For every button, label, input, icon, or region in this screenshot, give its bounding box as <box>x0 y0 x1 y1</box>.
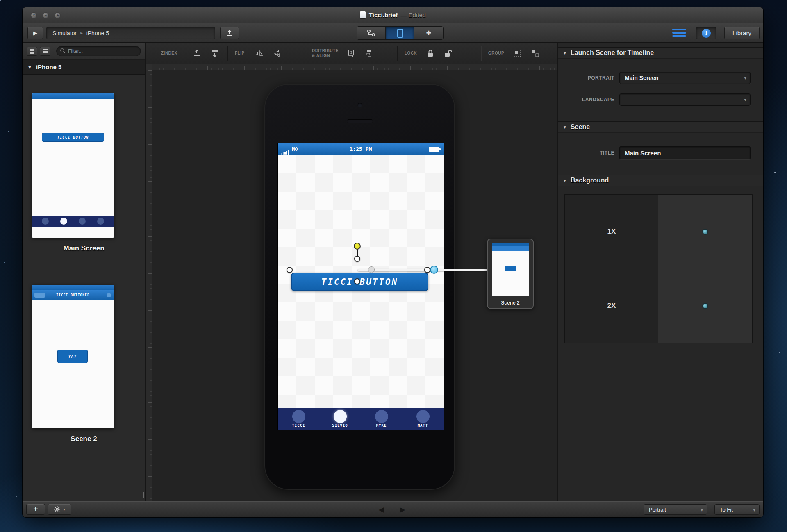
scene-label-scene-2[interactable]: Scene 2 <box>23 435 145 443</box>
flip-group: FLIP <box>235 43 283 64</box>
connection-start-handle[interactable] <box>368 266 375 273</box>
timeline-list-button[interactable] <box>672 29 686 37</box>
share-icon <box>225 29 234 37</box>
design-canvas[interactable]: ZINDEX FLIP <box>146 43 557 501</box>
thumb-status-bar <box>32 285 114 290</box>
ungroup-button[interactable] <box>529 47 541 59</box>
document-icon <box>360 11 366 18</box>
background-image-table: 1X 2X <box>564 194 753 343</box>
flip-horizontal-button[interactable] <box>253 47 265 59</box>
inspector-toggle-button[interactable]: i <box>696 27 716 39</box>
scene-title-field[interactable]: Main Screen <box>619 146 751 159</box>
thumb-tab-dot <box>79 218 86 225</box>
thumb-yay-button: YAY <box>57 350 88 363</box>
zindex-label: ZINDEX <box>161 51 185 56</box>
toolbar-separator <box>397 46 398 61</box>
actions-gear-button[interactable]: ▾ <box>48 504 71 515</box>
list-view-button[interactable] <box>40 47 50 56</box>
resize-handle-bottom[interactable] <box>354 278 360 284</box>
zoom-button[interactable]: + <box>55 12 61 18</box>
tab-matt[interactable]: MATT <box>402 408 444 430</box>
horizontal-ruler <box>152 64 557 70</box>
connection-exit-handle[interactable] <box>430 266 438 274</box>
iphone-device-frame: MO 1:25 PM TICCI BUTTON TICCI <box>264 84 455 490</box>
disclosure-triangle-icon: ▼ <box>563 125 567 130</box>
group-group: GROUP <box>488 43 541 64</box>
breadcrumb[interactable]: Simulator ▸ iPhone 5 <box>46 27 215 39</box>
resize-handle-left[interactable] <box>287 267 293 273</box>
filter-input[interactable] <box>56 46 141 56</box>
scene-background[interactable]: TICCI BUTTON <box>278 155 444 408</box>
run-button[interactable]: ▶ <box>27 27 43 39</box>
background-1x-image-well[interactable] <box>658 195 752 269</box>
window-title-state: — Edited <box>400 11 426 18</box>
status-time: 1:25 PM <box>278 146 444 152</box>
scene-thumbnail-scene-2[interactable]: TICCI BUTTONED YAY <box>32 285 114 428</box>
distribute-button[interactable] <box>345 47 357 59</box>
tab-ticci[interactable]: TICCI <box>278 408 319 430</box>
filter-field-wrap <box>56 46 141 56</box>
background-section-header[interactable]: ▼ Background <box>558 175 763 186</box>
rotation-anchor-handle[interactable] <box>354 243 361 250</box>
ungroup-icon <box>531 49 539 57</box>
share-button[interactable] <box>220 27 239 39</box>
background-2x-image-well[interactable] <box>658 269 752 343</box>
link-target-thumbnail[interactable]: Scene 2 <box>487 239 534 309</box>
tab-myke[interactable]: MYKE <box>361 408 402 430</box>
breadcrumb-simulator[interactable]: Simulator <box>52 30 77 36</box>
device-view-segment[interactable] <box>386 27 414 39</box>
scene-section-title: Scene <box>571 123 590 131</box>
title-label: TITLE <box>565 150 614 156</box>
send-backward-button[interactable] <box>209 47 221 59</box>
orientation-dropdown[interactable]: Portrait ▾ <box>644 504 707 515</box>
distribute-align-label: DISTRIBUTE & ALIGN <box>312 48 339 59</box>
orientation-value: Portrait <box>649 507 666 513</box>
tab-avatar-circle <box>375 410 388 423</box>
landscape-scene-dropdown[interactable]: ▾ <box>619 93 751 106</box>
bring-forward-button[interactable] <box>191 47 203 59</box>
scene-thumbnail-main-screen[interactable]: TICCI BUTTON <box>32 93 114 238</box>
sidebar-scrollbar[interactable] <box>143 492 144 498</box>
add-scene-segment[interactable]: + <box>414 27 443 39</box>
zindex-group: ZINDEX <box>161 43 221 64</box>
scene-sidebar: ▼ iPhone 5 TICCI BUTTON <box>23 43 146 501</box>
search-icon <box>60 48 66 54</box>
scene-section-header[interactable]: ▼ Scene <box>558 121 763 133</box>
resize-handle-top[interactable] <box>354 256 360 262</box>
next-scene-button[interactable]: ▶ <box>396 505 409 514</box>
thumb-tab-dot <box>97 218 104 225</box>
grid-view-icon <box>29 48 35 54</box>
add-scene-button[interactable]: + <box>26 504 45 515</box>
lock-button[interactable] <box>424 47 437 59</box>
tab-silvio[interactable]: SILVIO <box>319 408 361 430</box>
group-button[interactable] <box>511 47 523 59</box>
close-button[interactable]: × <box>31 12 37 18</box>
scene-screen[interactable]: MO 1:25 PM TICCI BUTTON TICCI <box>278 143 444 430</box>
portrait-scene-dropdown[interactable]: Main Screen ▾ <box>619 72 751 84</box>
unlock-button[interactable] <box>442 47 455 59</box>
tab-avatar-circle-selected <box>334 410 347 423</box>
canvas-toolbar: ZINDEX FLIP <box>146 43 557 64</box>
disclosure-triangle-icon: ▼ <box>563 178 567 183</box>
dropdown-caret-icon: ▾ <box>744 75 746 81</box>
scene-flow-view-segment[interactable] <box>357 27 386 39</box>
device-group-header[interactable]: ▼ iPhone 5 <box>23 60 145 75</box>
distribute-align-group: DISTRIBUTE & ALIGN <box>312 43 375 64</box>
align-button[interactable] <box>363 47 375 59</box>
launch-scene-section-header[interactable]: ▼ Launch Scene for Timeline <box>558 47 763 59</box>
minimize-button[interactable]: − <box>43 12 49 18</box>
dropdown-caret-icon: ▾ <box>701 507 703 513</box>
link-target-label: Scene 2 <box>488 300 533 306</box>
info-icon: i <box>702 29 711 38</box>
grid-view-button[interactable] <box>27 47 37 56</box>
previous-scene-button[interactable]: ◀ <box>375 505 387 514</box>
library-button[interactable]: Library <box>724 27 760 39</box>
breadcrumb-device[interactable]: iPhone 5 <box>86 30 109 36</box>
zoom-dropdown[interactable]: To Fit ▾ <box>714 504 760 515</box>
flip-label: FLIP <box>235 51 247 56</box>
title-bar[interactable]: × − + Ticci.brief — Edited <box>23 7 763 23</box>
resize-handle-right[interactable] <box>424 267 430 273</box>
scene-label-main-screen[interactable]: Main Screen <box>23 244 145 252</box>
background-2x-label: 2X <box>565 269 658 343</box>
flip-vertical-button[interactable] <box>271 47 283 59</box>
